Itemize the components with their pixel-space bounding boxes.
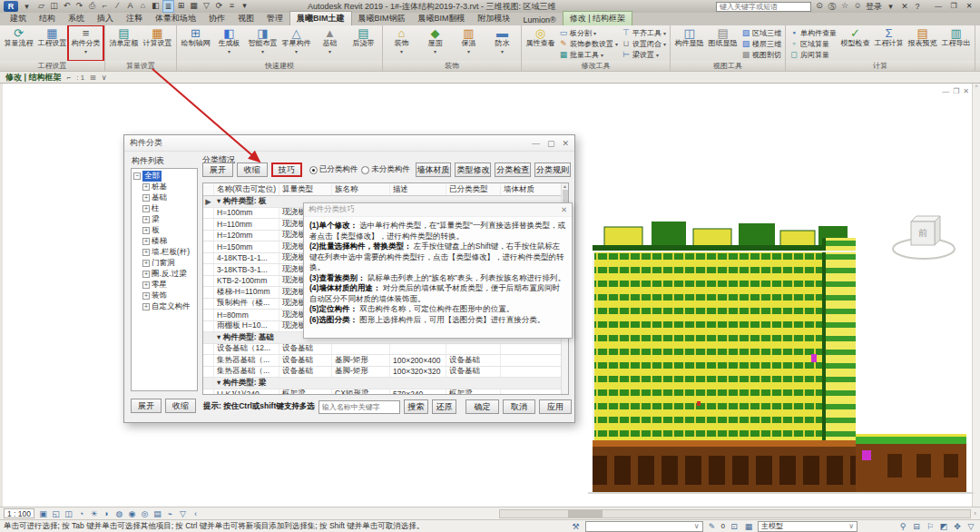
aligned-dimension-icon[interactable]: ∕ xyxy=(112,0,123,13)
favorites-icon[interactable]: ☆ xyxy=(839,1,850,13)
unclassified-radio[interactable]: 未分类构件 xyxy=(361,164,410,175)
view-scale[interactable]: 1 : 100 xyxy=(4,508,34,518)
analytical-model-icon[interactable]: ⌁ xyxy=(164,509,176,518)
tab-管理[interactable]: 管理 xyxy=(260,12,289,25)
tab-体量和场地[interactable]: 体量和场地 xyxy=(149,12,202,25)
filter-icon[interactable]: ▽ xyxy=(201,0,212,13)
ribbon-button-批量工具[interactable]: ▦批量工具▾ xyxy=(557,49,620,60)
unclassified-radio-dot[interactable] xyxy=(361,166,369,174)
activate-dimensions-icon[interactable]: ⌐ xyxy=(67,74,72,82)
view-close-icon[interactable]: ✕ xyxy=(963,87,969,95)
reset-button[interactable]: 还原 xyxy=(432,399,456,414)
tab-协作[interactable]: 协作 xyxy=(202,12,231,25)
ribbon-button-平齐工具[interactable]: ⊤平齐工具▾ xyxy=(620,27,668,38)
more-icon[interactable]: ‹ xyxy=(190,509,201,518)
user-icon[interactable]: ☺ xyxy=(852,1,863,13)
ribbon-button-模型检查[interactable]: ✓模型检查 xyxy=(838,26,872,60)
expand-toggle-icon[interactable]: + xyxy=(142,260,150,267)
expand-toggle-icon[interactable]: + xyxy=(142,205,150,212)
tab-结构[interactable]: 结构 xyxy=(33,12,62,25)
table-group-row[interactable]: ▾ 构件类型: 梁 xyxy=(203,378,568,389)
collapse-button[interactable]: 收缩 xyxy=(237,163,268,177)
apply-button[interactable]: 应用 xyxy=(539,399,572,414)
ribbon-button-绘制轴网[interactable]: ⊞绘制轴网 xyxy=(179,26,212,60)
drag-selection-icon[interactable]: ✥ xyxy=(952,522,963,531)
cell[interactable]: 集热器基础（... xyxy=(214,367,279,378)
ribbon-button-基础[interactable]: ▲基础▾ xyxy=(313,26,347,60)
column-header-墙体材质[interactable]: 墙体材质 xyxy=(501,183,555,195)
cell[interactable]: 框架梁 xyxy=(446,389,501,396)
cell[interactable]: 4-18KTB-1-1... xyxy=(214,253,279,264)
tree-item-桩基[interactable]: +桩基 xyxy=(142,182,197,192)
save-icon[interactable]: ◫ xyxy=(48,0,60,13)
component-classification-dialog[interactable]: 构件分类 — ▢ ✕ 构件列表 −全部+桩基+基础+柱+梁+板+楼梯+墙.栏板(… xyxy=(123,134,575,423)
dialog-maximize-icon[interactable]: ▢ xyxy=(547,139,555,148)
cell[interactable]: H=80mm xyxy=(214,310,279,320)
cell[interactable]: 100×320×320 xyxy=(390,367,446,378)
tab-附加模块[interactable]: 附加模块 xyxy=(472,12,517,25)
options-caret-icon[interactable]: ∨ xyxy=(102,74,107,82)
temporary-view-icon[interactable]: ▤ xyxy=(152,509,163,518)
search-go-icon[interactable]: ⊙ xyxy=(814,1,825,13)
hide-elements-icon[interactable]: ◉ xyxy=(126,509,138,518)
ribbon-button-零星构件[interactable]: △零星构件▾ xyxy=(279,26,313,60)
component-tree[interactable]: −全部+桩基+基础+柱+梁+板+楼梯+墙.栏板(杆)+门窗洞+圈.反.过梁+零星… xyxy=(131,168,198,391)
select-links-icon[interactable]: ⚲ xyxy=(897,522,908,531)
tab-系统[interactable]: 系统 xyxy=(62,12,91,25)
cell[interactable] xyxy=(501,355,555,366)
class-rule-button[interactable]: 分类规则 xyxy=(534,163,571,177)
classified-radio-dot[interactable] xyxy=(309,166,318,174)
ribbon-button-构件分类[interactable]: ≡构件分类▾ xyxy=(69,26,103,60)
tab-晨曦BIM翻模[interactable]: 晨曦BIM翻模 xyxy=(412,12,472,25)
cell[interactable]: 设备基础 xyxy=(446,355,501,366)
tab-修改 | 结构框架[interactable]: 修改 | 结构框架 xyxy=(563,11,632,25)
expand-toggle-icon[interactable]: + xyxy=(142,249,150,256)
tab-晨曦BIM土建[interactable]: 晨曦BIM土建 xyxy=(289,11,352,25)
menu-icon[interactable]: ≡ xyxy=(226,0,238,13)
constraints-icon[interactable]: ▽ xyxy=(177,509,189,518)
dialog-minimize-icon[interactable]: — xyxy=(532,139,540,148)
expand-toggle-icon[interactable]: + xyxy=(142,271,150,278)
view-restore-icon[interactable]: ❐ xyxy=(953,87,959,95)
editable-only-icon[interactable]: ✎ xyxy=(707,522,718,531)
tree-item-门窗洞[interactable]: +门窗洞 xyxy=(142,258,197,269)
tips-popup[interactable]: 构件分类技巧 ✕ (1)单个修改： 选中单行构件类型，在“算量类型”一列直接选择… xyxy=(303,202,573,339)
cell[interactable]: 框架梁 xyxy=(279,389,332,396)
select-by-face-icon[interactable]: ◩ xyxy=(938,522,949,531)
cell[interactable]: 设备基础 xyxy=(446,367,501,378)
tree-item-梁[interactable]: +梁 xyxy=(142,214,197,225)
wall-material-button[interactable]: 墙体材质 xyxy=(416,163,452,177)
tree-item-装饰[interactable]: +装饰 xyxy=(142,291,197,301)
classified-radio[interactable]: 已分类构件 xyxy=(309,164,358,175)
dialog-close-icon[interactable]: ✕ xyxy=(562,139,569,148)
column-header-描述[interactable]: 描述 xyxy=(390,183,446,195)
expand-toggle-icon[interactable]: + xyxy=(142,183,150,191)
ribbon-button-后浇带[interactable]: ▤后浇带 xyxy=(347,26,380,60)
visual-style-icon[interactable]: ◔ xyxy=(75,509,87,518)
detail-level-icon[interactable]: ◫ xyxy=(63,509,74,518)
ribbon-button-工程导出[interactable]: ▥工程导出 xyxy=(939,26,973,60)
type-modify-button[interactable]: 类型修改 xyxy=(455,163,491,177)
subscription-icon[interactable]: Ⓢ xyxy=(827,1,838,13)
ribbon-button-设置闭合[interactable]: ⊔设置闭合▾ xyxy=(620,38,668,49)
expand-toggle-icon[interactable]: + xyxy=(142,194,150,202)
app-menu-caret-icon[interactable]: ▾ xyxy=(21,1,33,12)
select-underlay-icon[interactable]: ⊟ xyxy=(911,522,922,531)
minimize-button[interactable]: — xyxy=(931,1,946,12)
collapse-toggle-icon[interactable]: − xyxy=(133,172,141,180)
expand-button[interactable]: 展开 xyxy=(202,163,233,177)
cell[interactable]: CX矩形梁 xyxy=(332,389,390,396)
cell[interactable] xyxy=(501,389,555,396)
expand-toggle-icon[interactable]: + xyxy=(142,281,150,289)
help-search-input[interactable] xyxy=(716,2,811,12)
expand-toggle-icon[interactable]: + xyxy=(142,238,150,245)
tree-item-柱[interactable]: +柱 xyxy=(142,203,197,214)
tips-close-icon[interactable]: ✕ xyxy=(561,205,567,214)
exclude-options-icon[interactable]: ▦ xyxy=(743,522,754,531)
help-icon[interactable]: ? xyxy=(912,2,923,11)
ribbon-button-板分割[interactable]: ▭板分割▾ xyxy=(557,27,620,38)
ribbon-button-图纸显隐[interactable]: ▤图纸显隐 xyxy=(706,26,740,60)
dialog-title-bar[interactable]: 构件分类 — ▢ ✕ xyxy=(124,135,574,152)
ribbon-button-区域三维[interactable]: ▧区域三维 xyxy=(740,27,783,38)
cell[interactable]: 设备基础 xyxy=(279,355,332,366)
